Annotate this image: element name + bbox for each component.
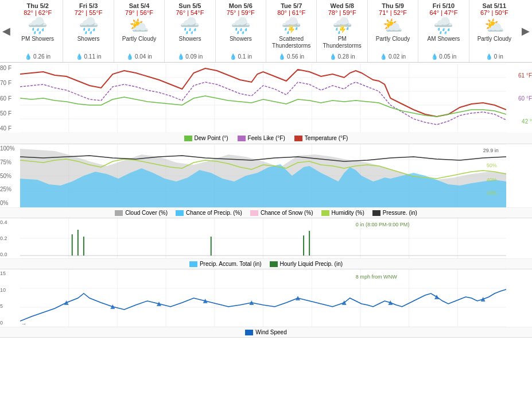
legend-label-1: Feels Like (°F) bbox=[248, 135, 285, 141]
temp-y-axis: 80 F 70 F 60 F 50 F 40 F bbox=[0, 64, 11, 133]
precip-dot-3: 💧 bbox=[177, 53, 184, 60]
day-col-9: Sat 5/11 67° | 50°F ⛅ Partly Cloudy 💧 0 … bbox=[469, 0, 519, 62]
day-icon-7: ⛅ bbox=[369, 18, 417, 34]
svg-text:18%: 18% bbox=[487, 190, 497, 196]
svg-marker-68 bbox=[64, 300, 69, 305]
day-col-6: Wed 5/8 78° | 59°F ⛈️ PM Thunderstorms 💧… bbox=[317, 0, 367, 62]
svg-text:0 in (8:00 PM-9:00 PM): 0 in (8:00 PM-9:00 PM) bbox=[356, 222, 410, 227]
legend-label-2: Temperature (°F) bbox=[305, 135, 348, 141]
legend-color-2 bbox=[294, 136, 302, 141]
day-col-2: Sat 5/4 79° | 56°F ⛅ Partly Cloudy 💧 0.0… bbox=[114, 0, 165, 62]
wind-legend: Wind Speed bbox=[0, 327, 532, 337]
day-icon-5: ⛈️ bbox=[267, 18, 315, 34]
day-temps-5: 80° | 61°F bbox=[267, 9, 315, 16]
day-date-2: Sat 5/4 bbox=[115, 2, 163, 9]
temp-svg bbox=[20, 64, 506, 133]
day-temps-8: 64° | 47°F bbox=[420, 9, 467, 16]
wind-y-axis: 15 10 5 0 bbox=[0, 269, 6, 327]
day-temps-9: 67° | 50°F bbox=[471, 9, 518, 16]
day-precip-0: 💧 0.26 in bbox=[14, 53, 61, 60]
wind-legend-color-0 bbox=[245, 330, 253, 335]
day-date-9: Sat 5/11 bbox=[471, 2, 518, 9]
day-condition-4: Showers bbox=[217, 36, 265, 52]
accum-legend: Precip. Accum. Total (in)Hourly Liquid P… bbox=[0, 258, 532, 269]
cloud-legend-color-3 bbox=[321, 210, 329, 216]
cloud-legend-item-3: Humidity (%) bbox=[321, 210, 364, 216]
cloud-legend-item-1: Chance of Precip. (%) bbox=[176, 210, 242, 216]
day-condition-9: Partly Cloudy bbox=[471, 36, 518, 52]
day-icon-0: 🌧️ bbox=[14, 18, 61, 34]
day-precip-4: 💧 0.1 in bbox=[217, 53, 265, 60]
day-date-4: Mon 5/6 bbox=[217, 2, 265, 9]
day-temps-2: 79° | 56°F bbox=[115, 9, 163, 16]
accum-svg: 0 in (8:00 PM-9:00 PM) bbox=[20, 218, 506, 258]
day-col-0: Thu 5/2 82° | 62°F 🌧️ PM Showers 💧 0.26 … bbox=[13, 0, 63, 62]
temp-legend-item-1: Feels Like (°F) bbox=[238, 135, 285, 141]
wind-legend-item-0: Wind Speed bbox=[245, 329, 286, 335]
day-temps-3: 76° | 54°F bbox=[166, 9, 213, 16]
weather-header: ◀ Thu 5/2 82° | 62°F 🌧️ PM Showers 💧 0.2… bbox=[0, 0, 532, 63]
cloud-chart-section: 100% 75% 50% 25% 0% bbox=[0, 144, 532, 218]
cloud-legend-color-2 bbox=[250, 210, 258, 216]
day-col-4: Mon 5/6 75° | 59°F 🌧️ Showers 💧 0.1 in bbox=[216, 0, 266, 62]
legend-label-0: Dew Point (°) bbox=[195, 135, 228, 141]
day-condition-0: PM Showers bbox=[14, 36, 61, 52]
accum-chart-wrap: 0.4 0.2 0.0 0 in ( bbox=[0, 218, 532, 258]
svg-text:29.9 in: 29.9 in bbox=[483, 148, 499, 153]
day-precip-8: 💧 0.05 in bbox=[420, 53, 467, 60]
temp-chart-section: 80 F 70 F 60 F 50 F 40 F bbox=[0, 64, 532, 144]
day-condition-5: Scattered Thunderstorms bbox=[267, 36, 315, 52]
legend-color-0 bbox=[184, 136, 192, 141]
day-icon-8: 🌧️ bbox=[420, 18, 467, 34]
cloud-legend-label-4: Pressure. (in) bbox=[383, 210, 417, 216]
day-condition-7: Partly Cloudy bbox=[369, 36, 417, 52]
cloud-legend-color-1 bbox=[176, 210, 184, 216]
day-condition-6: PM Thunderstorms bbox=[318, 36, 366, 52]
svg-marker-76 bbox=[434, 295, 439, 299]
wind-legend-label-0: Wind Speed bbox=[255, 329, 286, 335]
day-col-7: Thu 5/9 71° | 52°F ⛅ Partly Cloudy 💧 0.0… bbox=[368, 0, 418, 62]
day-precip-1: 💧 0.11 in bbox=[64, 53, 112, 60]
day-icon-1: 🌧️ bbox=[64, 18, 112, 34]
day-date-0: Thu 5/2 bbox=[14, 2, 61, 9]
accum-legend-item-0: Precip. Accum. Total (in) bbox=[189, 261, 262, 267]
accum-legend-color-0 bbox=[189, 261, 197, 267]
day-precip-2: 💧 0.04 in bbox=[115, 53, 163, 60]
precip-dot-5: 💧 bbox=[278, 53, 285, 60]
day-temps-1: 72° | 55°F bbox=[64, 9, 112, 16]
day-col-1: Fri 5/3 72° | 55°F 🌧️ Showers 💧 0.11 in bbox=[63, 0, 114, 62]
temp-legend-item-2: Temperature (°F) bbox=[294, 135, 348, 141]
temp-legend-item-0: Dew Point (°) bbox=[184, 135, 228, 141]
cloud-legend-color-0 bbox=[115, 210, 123, 216]
prev-arrow[interactable]: ◀ bbox=[0, 0, 13, 62]
day-precip-3: 💧 0.09 in bbox=[166, 53, 213, 60]
day-icon-3: 🌧️ bbox=[166, 18, 213, 34]
day-condition-2: Partly Cloudy bbox=[115, 36, 163, 52]
day-icon-6: ⛈️ bbox=[318, 18, 366, 34]
temp-right-labels: 61 °F 60 °F 42 ° bbox=[518, 64, 532, 133]
svg-marker-75 bbox=[388, 300, 393, 305]
cloud-legend-color-4 bbox=[372, 210, 380, 216]
day-icon-9: ⛅ bbox=[471, 18, 518, 34]
cloud-legend-item-2: Chance of Snow (%) bbox=[250, 210, 313, 216]
wind-chart-section: 15 10 5 0 bbox=[0, 269, 532, 338]
cloud-legend-label-0: Cloud Cover (%) bbox=[125, 210, 168, 216]
precip-dot-0: 💧 bbox=[25, 53, 32, 60]
svg-text:40%: 40% bbox=[487, 177, 497, 183]
accum-y-axis: 0.4 0.2 0.0 bbox=[0, 218, 7, 258]
day-date-8: Fri 5/10 bbox=[420, 2, 467, 9]
day-date-6: Wed 5/8 bbox=[318, 2, 366, 9]
wind-svg: 8 mph from WNW → bbox=[20, 269, 506, 327]
temp-chart-wrap: 80 F 70 F 60 F 50 F 40 F bbox=[0, 64, 532, 133]
cloud-svg: 29.9 in 50% 40% 18% bbox=[20, 144, 506, 207]
legend-color-1 bbox=[238, 136, 246, 141]
next-arrow[interactable]: ▶ bbox=[519, 0, 532, 62]
day-temps-6: 78° | 59°F bbox=[318, 9, 366, 16]
day-precip-7: 💧 0.02 in bbox=[369, 53, 417, 60]
day-date-1: Fri 5/3 bbox=[64, 2, 112, 9]
day-col-5: Tue 5/7 80° | 61°F ⛈️ Scattered Thunders… bbox=[266, 0, 317, 62]
precip-dot-7: 💧 bbox=[380, 53, 387, 60]
day-date-7: Thu 5/9 bbox=[369, 2, 417, 9]
accum-legend-color-1 bbox=[270, 261, 278, 267]
day-condition-3: Showers bbox=[166, 36, 213, 52]
